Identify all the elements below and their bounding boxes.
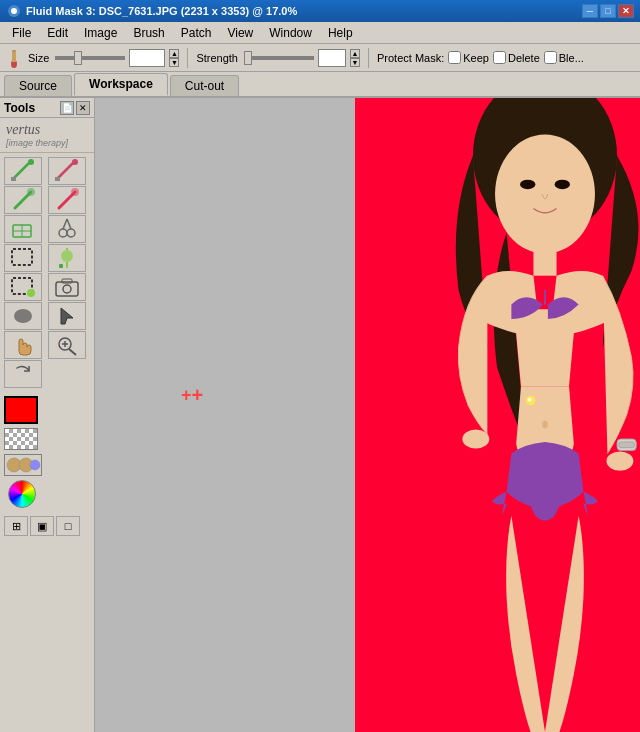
color-wheel[interactable] bbox=[8, 480, 36, 508]
size-input[interactable]: 30px bbox=[129, 49, 165, 67]
menu-item-patch[interactable]: Patch bbox=[173, 24, 220, 42]
svg-point-11 bbox=[27, 188, 35, 196]
zoom-tool[interactable] bbox=[48, 331, 86, 359]
tab-workspace[interactable]: Workspace bbox=[74, 73, 168, 96]
app-icon bbox=[6, 3, 22, 19]
tools-bottom-icons: ⊞ ▣ □ bbox=[0, 512, 94, 540]
keep-checkbox-group[interactable]: Keep bbox=[448, 51, 489, 64]
tools-doc-button[interactable]: 📄 bbox=[60, 101, 74, 115]
menu-item-image[interactable]: Image bbox=[76, 24, 125, 42]
hand-tool[interactable] bbox=[4, 331, 42, 359]
svg-point-50 bbox=[528, 398, 532, 402]
strength-up-button[interactable]: ▲ bbox=[350, 49, 360, 58]
single-view-button[interactable]: □ bbox=[56, 516, 80, 536]
maximize-button[interactable]: □ bbox=[600, 4, 616, 18]
svg-point-42 bbox=[542, 421, 548, 429]
cut-brush-tool[interactable] bbox=[48, 157, 86, 185]
canvas-left-area: + bbox=[95, 98, 355, 732]
svg-point-24 bbox=[27, 289, 35, 297]
strength-spinner[interactable]: ▲ ▼ bbox=[350, 49, 360, 67]
keep-brush-2[interactable] bbox=[4, 186, 42, 214]
keep-checkbox[interactable] bbox=[448, 51, 461, 64]
tools-title: Tools bbox=[4, 101, 35, 115]
svg-point-21 bbox=[61, 250, 73, 262]
menu-bar: FileEditImageBrushPatchViewWindowHelp bbox=[0, 22, 640, 44]
size-down-button[interactable]: ▼ bbox=[169, 58, 179, 67]
strength-label: Strength bbox=[196, 52, 238, 64]
minimize-button[interactable]: ─ bbox=[582, 4, 598, 18]
vertus-logo: vertus [image therapy] bbox=[0, 118, 94, 153]
size-spinner[interactable]: ▲ ▼ bbox=[169, 49, 179, 67]
foreground-color[interactable] bbox=[4, 396, 38, 424]
blend-label: Ble... bbox=[559, 52, 584, 64]
tab-bar: Source Workspace Cut-out bbox=[0, 72, 640, 98]
protect-label: Protect Mask: bbox=[377, 52, 444, 64]
svg-point-12 bbox=[71, 188, 79, 196]
crosshair-cursor: + bbox=[185, 388, 199, 402]
strength-down-button[interactable]: ▼ bbox=[350, 58, 360, 67]
blend-checkbox-group[interactable]: Ble... bbox=[544, 51, 584, 64]
svg-rect-10 bbox=[55, 177, 60, 181]
close-button[interactable]: ✕ bbox=[618, 4, 634, 18]
patch-keep-tool[interactable] bbox=[4, 215, 42, 243]
menu-item-edit[interactable]: Edit bbox=[39, 24, 76, 42]
marquee-tool[interactable] bbox=[4, 273, 42, 301]
size-up-button[interactable]: ▲ bbox=[169, 49, 179, 58]
svg-point-6 bbox=[28, 159, 34, 165]
delete-checkbox-group[interactable]: Delete bbox=[493, 51, 540, 64]
svg-point-39 bbox=[555, 180, 570, 190]
camera-tool[interactable] bbox=[48, 273, 86, 301]
blend-checkbox[interactable] bbox=[544, 51, 557, 64]
svg-rect-7 bbox=[11, 177, 16, 181]
strength-slider[interactable] bbox=[244, 56, 314, 60]
dropper-tool[interactable] bbox=[48, 244, 86, 272]
menu-item-brush[interactable]: Brush bbox=[125, 24, 172, 42]
menu-item-window[interactable]: Window bbox=[261, 24, 320, 42]
delete-checkbox[interactable] bbox=[493, 51, 506, 64]
tools-bottom bbox=[0, 392, 94, 512]
content-area: Tools 📄 ✕ vertus [image therapy] bbox=[0, 98, 640, 732]
svg-line-30 bbox=[69, 349, 76, 355]
window-controls[interactable]: ─ □ ✕ bbox=[582, 4, 634, 18]
menu-item-file[interactable]: File bbox=[4, 24, 39, 42]
svg-point-46 bbox=[606, 452, 633, 471]
size-label: Size bbox=[28, 52, 49, 64]
brush-icon bbox=[4, 48, 24, 68]
woman-figure bbox=[355, 98, 640, 732]
protect-section: Protect Mask: Keep Delete Ble... bbox=[377, 51, 584, 64]
pointer-tool[interactable] bbox=[48, 302, 86, 330]
strength-input[interactable]: 0 bbox=[318, 49, 346, 67]
grid-view-button[interactable]: ⊞ bbox=[4, 516, 28, 536]
vertus-subtitle: [image therapy] bbox=[6, 138, 88, 148]
svg-point-16 bbox=[59, 229, 67, 237]
keep-brush-tool[interactable] bbox=[4, 157, 42, 185]
size-slider[interactable] bbox=[55, 56, 125, 60]
shadow-tool[interactable] bbox=[4, 302, 42, 330]
tab-source[interactable]: Source bbox=[4, 75, 72, 96]
size-slider-container[interactable] bbox=[55, 56, 125, 60]
patch-cut-tool[interactable] bbox=[48, 215, 86, 243]
keep-label: Keep bbox=[463, 52, 489, 64]
rotate-tool[interactable] bbox=[4, 360, 42, 388]
svg-point-26 bbox=[63, 285, 71, 293]
main-area: Source Workspace Cut-out Tools 📄 ✕ vertu… bbox=[0, 72, 640, 732]
menu-item-help[interactable]: Help bbox=[320, 24, 361, 42]
title-bar: Fluid Mask 3: DSC_7631.JPG (2231 x 3353)… bbox=[0, 0, 640, 22]
tab-cutout[interactable]: Cut-out bbox=[170, 75, 239, 96]
delete-label: Delete bbox=[508, 52, 540, 64]
strength-slider-container[interactable] bbox=[244, 56, 314, 60]
svg-line-18 bbox=[63, 219, 67, 229]
svg-line-8 bbox=[57, 163, 73, 179]
tools-close-button[interactable]: ✕ bbox=[76, 101, 90, 115]
background-color[interactable] bbox=[4, 428, 38, 450]
canvas-area[interactable]: + bbox=[95, 98, 640, 732]
select-tool[interactable] bbox=[4, 244, 42, 272]
cut-brush-2[interactable] bbox=[48, 186, 86, 214]
svg-point-38 bbox=[520, 180, 535, 190]
menu-item-view[interactable]: View bbox=[219, 24, 261, 42]
tools-header-controls[interactable]: 📄 ✕ bbox=[60, 101, 90, 115]
tools-panel: Tools 📄 ✕ vertus [image therapy] bbox=[0, 98, 95, 732]
svg-point-45 bbox=[462, 429, 489, 448]
svg-rect-40 bbox=[533, 247, 556, 276]
list-view-button[interactable]: ▣ bbox=[30, 516, 54, 536]
